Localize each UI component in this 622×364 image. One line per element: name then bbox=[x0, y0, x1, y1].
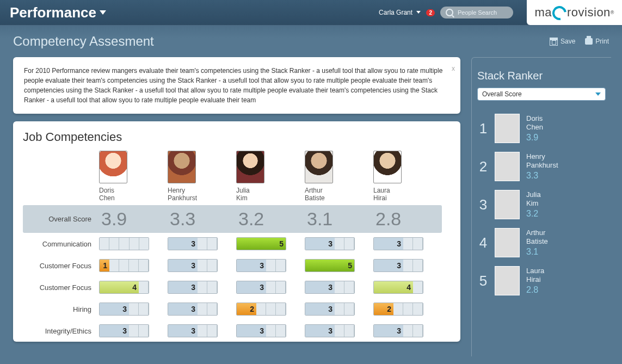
rank-first-name: Henry bbox=[526, 152, 558, 161]
rank-score: 3.3 bbox=[526, 171, 558, 181]
overall-score-label: Overall Score bbox=[23, 205, 99, 233]
score-bar[interactable]: 4 bbox=[373, 281, 423, 294]
score-bar[interactable]: 3 bbox=[373, 259, 423, 272]
ranker-title: Stack Ranker bbox=[477, 70, 606, 82]
score-bar[interactable]: 3 bbox=[168, 281, 218, 294]
score-bar[interactable]: 3 bbox=[236, 259, 286, 272]
print-label: Print bbox=[595, 38, 609, 45]
score-bar[interactable]: 3 bbox=[168, 324, 218, 337]
score-bar[interactable]: 3 bbox=[168, 237, 218, 250]
close-icon[interactable]: x bbox=[452, 64, 455, 73]
avatar bbox=[495, 266, 520, 295]
rank-score: 2.8 bbox=[526, 285, 544, 295]
user-name: Carla Grant bbox=[379, 9, 412, 16]
rank-item[interactable]: 1DorisChen3.9 bbox=[477, 109, 606, 147]
person-column[interactable]: HenryPankhurst bbox=[168, 151, 236, 205]
overall-score-value: 2.8 bbox=[373, 205, 442, 233]
person-first-name: Laura bbox=[373, 187, 390, 194]
save-button[interactable]: Save bbox=[550, 38, 575, 46]
score-value: 3 bbox=[260, 261, 264, 270]
person-first-name: Julia bbox=[236, 187, 250, 194]
score-value: 2 bbox=[250, 305, 254, 313]
brand-logo: marovision® bbox=[527, 0, 622, 25]
overall-score-value: 3.2 bbox=[236, 205, 305, 233]
chevron-down-icon bbox=[100, 10, 106, 15]
ranker-dropdown[interactable]: Overall Score bbox=[477, 88, 606, 101]
score-value: 3 bbox=[328, 239, 332, 248]
brand-c-icon bbox=[550, 3, 569, 23]
rank-last-name: Hirai bbox=[526, 275, 544, 284]
score-value: 3 bbox=[191, 283, 195, 292]
score-value: 3 bbox=[328, 305, 332, 313]
avatar bbox=[495, 228, 520, 257]
app-menu[interactable]: Performance bbox=[10, 4, 106, 21]
search-icon bbox=[446, 9, 453, 16]
score-bar[interactable]: 3 bbox=[305, 324, 355, 337]
person-column[interactable]: ArthurBatiste bbox=[305, 151, 373, 205]
score-bar[interactable]: 3 bbox=[305, 303, 355, 316]
rank-last-name: Chen bbox=[526, 123, 543, 132]
person-first-name: Arthur bbox=[305, 187, 323, 194]
score-value: 3 bbox=[328, 283, 332, 292]
rank-number: 4 bbox=[478, 235, 488, 251]
person-column[interactable]: DorisChen bbox=[99, 151, 168, 205]
avatar bbox=[168, 151, 196, 183]
print-button[interactable]: Print bbox=[585, 38, 609, 46]
search-input[interactable] bbox=[457, 9, 508, 16]
save-icon bbox=[550, 38, 558, 46]
score-value: 3 bbox=[397, 239, 401, 248]
score-value: 3 bbox=[191, 326, 195, 335]
score-bar[interactable]: 3 bbox=[305, 237, 355, 250]
top-bar: Performance Carla Grant 2 marovision® bbox=[0, 0, 622, 26]
rank-number: 3 bbox=[478, 196, 488, 213]
save-label: Save bbox=[561, 38, 575, 45]
user-menu[interactable]: Carla Grant bbox=[379, 9, 421, 16]
avatar bbox=[99, 151, 127, 183]
competency-label: Hiring bbox=[23, 305, 99, 313]
rank-item[interactable]: 2HenryPankhurst3.3 bbox=[477, 147, 606, 186]
avatar bbox=[495, 190, 520, 219]
stack-ranker-panel: Stack Ranker Overall Score 1DorisChen3.9… bbox=[471, 57, 611, 356]
score-bar[interactable]: 3 bbox=[305, 281, 355, 294]
chevron-down-icon bbox=[416, 11, 421, 14]
avatar bbox=[495, 152, 520, 181]
person-last-name: Hirai bbox=[373, 194, 387, 202]
score-bar[interactable]: 3 bbox=[236, 281, 286, 294]
score-bar[interactable]: 3 bbox=[236, 324, 286, 337]
score-bar[interactable]: 5 bbox=[305, 259, 355, 272]
person-last-name: Batiste bbox=[305, 194, 325, 202]
competency-label: Integrity/Ethics bbox=[23, 327, 99, 335]
score-bar[interactable]: 3 bbox=[168, 259, 218, 272]
score-bar[interactable]: 3 bbox=[99, 324, 149, 337]
score-value: 3 bbox=[328, 326, 332, 335]
score-bar[interactable]: 3 bbox=[99, 303, 149, 316]
score-bar[interactable]: 5 bbox=[236, 237, 286, 250]
notification-badge[interactable]: 2 bbox=[426, 9, 435, 16]
score-bar[interactable]: 3 bbox=[168, 303, 218, 316]
score-bar[interactable]: 1 bbox=[99, 259, 149, 272]
rank-score: 3.2 bbox=[526, 209, 541, 219]
score-value: 3 bbox=[191, 305, 195, 313]
person-first-name: Henry bbox=[168, 187, 185, 194]
rank-first-name: Arthur bbox=[526, 229, 548, 237]
score-bar[interactable]: 3 bbox=[373, 237, 423, 250]
score-bar[interactable]: 3 bbox=[373, 324, 423, 337]
score-value: 3 bbox=[191, 261, 195, 270]
score-value: 3 bbox=[122, 305, 127, 313]
rank-item[interactable]: 3JuliaKim3.2 bbox=[477, 186, 606, 224]
score-bar[interactable]: 2 bbox=[373, 303, 423, 316]
person-column[interactable]: JuliaKim bbox=[236, 151, 305, 205]
rank-first-name: Julia bbox=[526, 190, 541, 199]
brand-prefix: ma bbox=[534, 5, 552, 20]
person-column[interactable]: LauraHirai bbox=[373, 151, 442, 205]
rank-number: 5 bbox=[478, 273, 488, 289]
rank-item[interactable]: 4ArthurBatiste3.1 bbox=[477, 224, 606, 262]
score-bar[interactable] bbox=[99, 237, 149, 250]
rank-item[interactable]: 5LauraHirai2.8 bbox=[477, 262, 606, 300]
score-bar[interactable]: 2 bbox=[236, 303, 286, 316]
brand-suffix: rovision bbox=[567, 5, 611, 20]
people-search[interactable] bbox=[440, 7, 513, 18]
score-bar[interactable]: 4 bbox=[99, 281, 149, 294]
person-last-name: Pankhurst bbox=[168, 194, 197, 202]
app-title: Performance bbox=[10, 4, 96, 21]
